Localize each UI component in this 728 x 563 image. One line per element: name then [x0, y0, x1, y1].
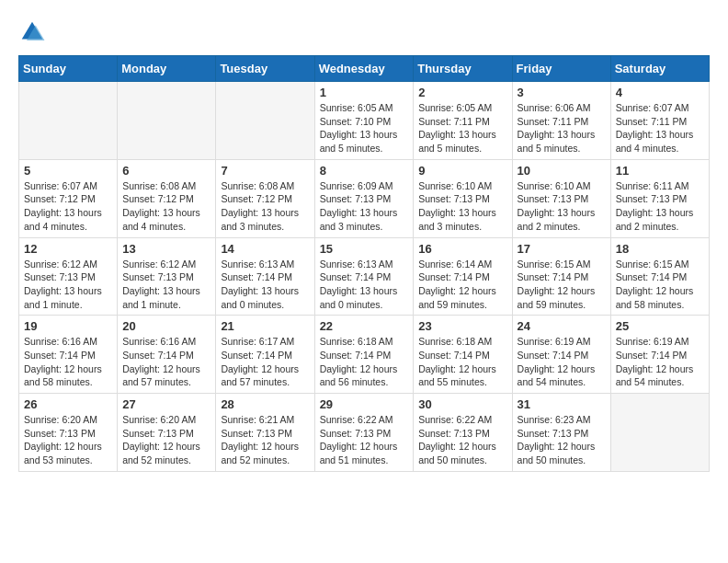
day-number: 20 [122, 319, 210, 333]
calendar-cell: 27Sunrise: 6:20 AM Sunset: 7:13 PM Dayli… [118, 394, 216, 472]
week-row-3: 12Sunrise: 6:12 AM Sunset: 7:13 PM Dayli… [19, 237, 710, 316]
day-info: Sunrise: 6:19 AM Sunset: 7:14 PM Dayligh… [518, 335, 606, 389]
calendar-cell: 30Sunrise: 6:22 AM Sunset: 7:13 PM Dayli… [414, 394, 512, 472]
day-number: 29 [320, 397, 409, 411]
calendar-cell: 2Sunrise: 6:05 AM Sunset: 7:11 PM Daylig… [414, 82, 512, 160]
day-number: 11 [616, 164, 704, 178]
weekday-header-saturday: Saturday [610, 56, 709, 82]
day-number: 14 [221, 242, 309, 256]
weekday-header-sunday: Sunday [19, 56, 118, 82]
day-number: 4 [616, 86, 704, 99]
day-number: 24 [518, 319, 606, 333]
calendar-cell: 23Sunrise: 6:18 AM Sunset: 7:14 PM Dayli… [414, 316, 512, 394]
day-number: 12 [24, 242, 112, 256]
calendar-cell: 3Sunrise: 6:06 AM Sunset: 7:11 PM Daylig… [512, 82, 610, 160]
day-info: Sunrise: 6:16 AM Sunset: 7:14 PM Dayligh… [24, 335, 112, 389]
day-number: 22 [320, 319, 409, 333]
day-info: Sunrise: 6:19 AM Sunset: 7:14 PM Dayligh… [616, 335, 704, 389]
day-number: 8 [320, 164, 409, 178]
day-info: Sunrise: 6:07 AM Sunset: 7:11 PM Dayligh… [616, 101, 704, 155]
day-number: 15 [320, 242, 409, 256]
day-number: 2 [418, 86, 506, 99]
calendar-cell [216, 82, 314, 160]
day-info: Sunrise: 6:06 AM Sunset: 7:11 PM Dayligh… [518, 101, 606, 155]
weekday-header-monday: Monday [118, 56, 216, 82]
day-info: Sunrise: 6:22 AM Sunset: 7:13 PM Dayligh… [320, 413, 409, 467]
calendar-cell: 5Sunrise: 6:07 AM Sunset: 7:12 PM Daylig… [19, 159, 118, 237]
calendar-cell [610, 394, 709, 472]
calendar-cell: 19Sunrise: 6:16 AM Sunset: 7:14 PM Dayli… [19, 316, 118, 394]
calendar-cell: 17Sunrise: 6:15 AM Sunset: 7:14 PM Dayli… [512, 237, 610, 316]
calendar-cell: 4Sunrise: 6:07 AM Sunset: 7:11 PM Daylig… [610, 82, 709, 160]
calendar-cell: 26Sunrise: 6:20 AM Sunset: 7:13 PM Dayli… [19, 394, 118, 472]
logo [18, 18, 50, 46]
day-info: Sunrise: 6:20 AM Sunset: 7:13 PM Dayligh… [122, 413, 210, 467]
calendar-cell: 15Sunrise: 6:13 AM Sunset: 7:14 PM Dayli… [314, 237, 414, 316]
day-number: 23 [418, 319, 506, 333]
day-info: Sunrise: 6:13 AM Sunset: 7:14 PM Dayligh… [221, 258, 309, 312]
day-info: Sunrise: 6:10 AM Sunset: 7:13 PM Dayligh… [418, 179, 506, 234]
calendar-cell: 22Sunrise: 6:18 AM Sunset: 7:14 PM Dayli… [314, 316, 414, 394]
calendar-cell: 1Sunrise: 6:05 AM Sunset: 7:10 PM Daylig… [314, 82, 414, 160]
day-info: Sunrise: 6:13 AM Sunset: 7:14 PM Dayligh… [320, 258, 409, 312]
calendar-cell: 14Sunrise: 6:13 AM Sunset: 7:14 PM Dayli… [216, 237, 314, 316]
day-number: 18 [616, 242, 704, 256]
day-info: Sunrise: 6:14 AM Sunset: 7:14 PM Dayligh… [418, 258, 506, 312]
page-header [18, 18, 710, 46]
day-number: 6 [122, 164, 210, 178]
day-info: Sunrise: 6:18 AM Sunset: 7:14 PM Dayligh… [320, 335, 409, 389]
day-info: Sunrise: 6:16 AM Sunset: 7:14 PM Dayligh… [122, 335, 210, 389]
weekday-header-row: SundayMondayTuesdayWednesdayThursdayFrid… [19, 56, 710, 82]
calendar-cell [118, 82, 216, 160]
day-info: Sunrise: 6:05 AM Sunset: 7:10 PM Dayligh… [320, 101, 409, 155]
calendar-cell: 24Sunrise: 6:19 AM Sunset: 7:14 PM Dayli… [512, 316, 610, 394]
day-info: Sunrise: 6:20 AM Sunset: 7:13 PM Dayligh… [24, 413, 112, 467]
day-info: Sunrise: 6:17 AM Sunset: 7:14 PM Dayligh… [221, 335, 309, 389]
calendar-cell: 16Sunrise: 6:14 AM Sunset: 7:14 PM Dayli… [414, 237, 512, 316]
weekday-header-wednesday: Wednesday [314, 56, 414, 82]
day-number: 21 [221, 319, 309, 333]
day-info: Sunrise: 6:07 AM Sunset: 7:12 PM Dayligh… [24, 179, 112, 234]
day-info: Sunrise: 6:10 AM Sunset: 7:13 PM Dayligh… [518, 179, 606, 234]
calendar-cell: 18Sunrise: 6:15 AM Sunset: 7:14 PM Dayli… [610, 237, 709, 316]
week-row-2: 5Sunrise: 6:07 AM Sunset: 7:12 PM Daylig… [19, 159, 710, 237]
day-number: 16 [418, 242, 506, 256]
day-info: Sunrise: 6:05 AM Sunset: 7:11 PM Dayligh… [418, 101, 506, 155]
day-info: Sunrise: 6:15 AM Sunset: 7:14 PM Dayligh… [518, 258, 606, 312]
calendar-cell: 31Sunrise: 6:23 AM Sunset: 7:13 PM Dayli… [512, 394, 610, 472]
calendar-table: SundayMondayTuesdayWednesdayThursdayFrid… [18, 55, 710, 472]
day-number: 3 [518, 86, 606, 99]
day-info: Sunrise: 6:08 AM Sunset: 7:12 PM Dayligh… [221, 179, 309, 234]
day-number: 1 [320, 86, 409, 99]
calendar-cell: 11Sunrise: 6:11 AM Sunset: 7:13 PM Dayli… [610, 159, 709, 237]
day-info: Sunrise: 6:21 AM Sunset: 7:13 PM Dayligh… [221, 413, 309, 467]
calendar-cell: 21Sunrise: 6:17 AM Sunset: 7:14 PM Dayli… [216, 316, 314, 394]
calendar-cell [19, 82, 118, 160]
day-info: Sunrise: 6:18 AM Sunset: 7:14 PM Dayligh… [418, 335, 506, 389]
calendar-cell: 13Sunrise: 6:12 AM Sunset: 7:13 PM Dayli… [118, 237, 216, 316]
day-info: Sunrise: 6:15 AM Sunset: 7:14 PM Dayligh… [616, 258, 704, 312]
calendar-cell: 29Sunrise: 6:22 AM Sunset: 7:13 PM Dayli… [314, 394, 414, 472]
calendar-cell: 10Sunrise: 6:10 AM Sunset: 7:13 PM Dayli… [512, 159, 610, 237]
calendar-cell: 8Sunrise: 6:09 AM Sunset: 7:13 PM Daylig… [314, 159, 414, 237]
week-row-4: 19Sunrise: 6:16 AM Sunset: 7:14 PM Dayli… [19, 316, 710, 394]
day-number: 7 [221, 164, 309, 178]
weekday-header-friday: Friday [512, 56, 610, 82]
day-number: 30 [418, 397, 506, 411]
calendar-cell: 7Sunrise: 6:08 AM Sunset: 7:12 PM Daylig… [216, 159, 314, 237]
day-info: Sunrise: 6:22 AM Sunset: 7:13 PM Dayligh… [418, 413, 506, 467]
logo-icon [18, 18, 46, 46]
calendar-cell: 9Sunrise: 6:10 AM Sunset: 7:13 PM Daylig… [414, 159, 512, 237]
day-info: Sunrise: 6:12 AM Sunset: 7:13 PM Dayligh… [122, 258, 210, 312]
day-number: 31 [518, 397, 606, 411]
week-row-5: 26Sunrise: 6:20 AM Sunset: 7:13 PM Dayli… [19, 394, 710, 472]
day-info: Sunrise: 6:09 AM Sunset: 7:13 PM Dayligh… [320, 179, 409, 234]
calendar-cell: 25Sunrise: 6:19 AM Sunset: 7:14 PM Dayli… [610, 316, 709, 394]
day-number: 17 [518, 242, 606, 256]
weekday-header-tuesday: Tuesday [216, 56, 314, 82]
week-row-1: 1Sunrise: 6:05 AM Sunset: 7:10 PM Daylig… [19, 82, 710, 160]
day-info: Sunrise: 6:08 AM Sunset: 7:12 PM Dayligh… [122, 179, 210, 234]
calendar-cell: 20Sunrise: 6:16 AM Sunset: 7:14 PM Dayli… [118, 316, 216, 394]
day-number: 13 [122, 242, 210, 256]
weekday-header-thursday: Thursday [414, 56, 512, 82]
